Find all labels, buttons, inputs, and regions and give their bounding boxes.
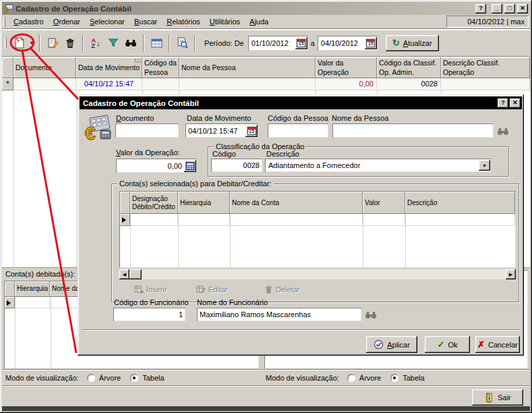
close-button[interactable]: ✕ [517,4,528,13]
periodo-de-input[interactable] [249,39,295,47]
classificacao-codigo-input[interactable] [212,161,262,169]
maximize-button[interactable]: □ [504,4,515,13]
header-hierarquia[interactable]: Hierarquia [178,192,230,214]
aplicar-button[interactable]: Aplicar [366,336,417,353]
svg-text:€: € [4,5,8,13]
table-view-button[interactable] [148,34,165,52]
help-button[interactable]: ? [475,4,486,13]
toolbar-separator [194,34,196,52]
header-valor-operacao[interactable]: Valor da Operação [316,57,377,78]
scroll-left-button[interactable]: ◀ [119,269,129,279]
nome-funcionario-input[interactable] [198,310,361,319]
contas-grid-hscrollbar[interactable]: ◀ ▶ [119,269,516,279]
dialog-title: Cadastro de Operação Contábil [83,99,496,107]
codigo-pessoa-field [268,123,328,138]
periodo-de-calendar-button[interactable]: 15 [295,37,307,49]
data-movimento-input[interactable] [186,127,245,135]
filter-button[interactable] [105,34,122,52]
deletar-button[interactable]: Deletar [264,283,299,296]
valor-operacao-input[interactable] [117,162,184,170]
periodo-label: Período: De [204,39,244,47]
classificacao-descricao-select[interactable]: Adiantamento a Fornecedor ▼ [265,159,491,172]
edit-record-button[interactable] [44,34,61,52]
radio-tabela[interactable] [130,374,138,382]
cell-nome-conta [230,214,363,226]
contas-grid-row[interactable] [120,214,515,226]
menu-cadastro[interactable]: Cadastro [9,16,49,28]
cell-descricao [441,78,530,90]
periodo-ate-calendar-button[interactable]: 15 [365,37,377,49]
header-valor[interactable]: Valor [363,192,405,214]
data-movimento-calendar-button[interactable]: 15 [245,125,258,137]
inserir-button[interactable]: Inserir [134,283,167,296]
nome-pessoa-input[interactable] [333,127,493,135]
edit-icon [47,37,59,49]
delete-record-button[interactable] [61,34,79,52]
codigo-funcionario-input[interactable] [114,310,185,319]
row-arrow-icon [7,300,13,306]
contas-grid[interactable]: Designação Débito/Crédito Hierarquia Nom… [119,191,516,268]
radio-tabela-label[interactable]: Tabela [403,374,424,382]
periodo-ate-input[interactable] [318,39,365,47]
radio-arvore[interactable] [347,374,355,382]
header-data-movimento[interactable]: Data de Movimento 1△ [76,57,142,78]
radio-arvore-label[interactable]: Árvore [359,374,381,382]
dialog-close-button[interactable]: ✕ [510,99,521,108]
trash-icon [264,285,273,294]
radio-arvore-label[interactable]: Árvore [99,374,121,382]
menu-utilitarios[interactable]: Utilitários [205,16,245,28]
codigo-pessoa-input[interactable] [268,127,328,135]
menu-selecionar[interactable]: Selecionar [85,16,129,28]
menu-ajuda[interactable]: Ajuda [245,16,273,28]
preview-button[interactable] [173,34,191,52]
sort-button[interactable]: A Z ↓ [87,34,105,52]
nome-pessoa-lookup-button[interactable] [496,126,510,136]
funcionario-lookup-button[interactable] [364,309,378,320]
header-hierarquia[interactable]: Hierarquia [15,281,50,297]
scroll-thumb[interactable] [129,269,142,279]
radio-tabela[interactable] [390,374,398,382]
menu-ordenar[interactable]: Ordenar [49,16,85,28]
dialog-titlebar[interactable]: Cadastro de Operação Contábil ? ✕ [80,97,522,109]
minimize-button[interactable]: _ [492,4,502,13]
header-codigo-pessoa[interactable]: Código da Pessoa [142,57,179,78]
radio-arvore[interactable] [87,374,95,382]
header-codigo-classif[interactable]: Código da Classif. Op. Admin. [377,57,441,78]
session-info: 04/10/2012 | max [446,16,529,28]
header-designacao[interactable]: Designação Débito/Crédito [130,192,178,214]
dialog-help-button[interactable]: ? [498,99,508,108]
header-nome-pessoa[interactable]: Nome da Pessoa [179,57,316,78]
new-record-dropdown[interactable]: ▼ [28,34,36,52]
search-button[interactable] [122,34,140,52]
valor-calculator-button[interactable] [184,160,196,172]
contas-debitadas-label: Conta(s) debitada(s): [5,270,75,278]
sort-az-icon: A Z ↓ [92,38,100,49]
scroll-track[interactable] [142,269,506,279]
header-documento[interactable]: Documento [13,57,76,78]
cell-valor: 0,00 [316,78,377,90]
sair-button[interactable]: Sair [472,389,523,406]
atualizar-button[interactable]: ↻ Atualizar [386,35,439,51]
calculator-icon [185,162,195,170]
header-descricao[interactable]: Descrição [405,192,515,214]
radio-tabela-label[interactable]: Tabela [142,374,164,382]
menu-relatorios[interactable]: Relatórios [162,16,205,28]
classificacao-codigo-label: Código [212,150,236,158]
cancelar-button[interactable]: ✗ Cancelar [475,336,520,353]
dropdown-arrow-icon[interactable]: ▼ [479,160,490,171]
window-titlebar[interactable]: € Cadastro de Operação Contábil ? _ □ ✕ [2,2,530,15]
menu-buscar[interactable]: Buscar [129,16,162,28]
editar-button[interactable]: Editar [196,283,228,296]
ok-button[interactable]: ✓ Ok [425,336,470,353]
valor-operacao-field [116,159,197,173]
scroll-right-button[interactable]: ▶ [506,269,516,279]
main-grid-row[interactable]: * 04/10/12 15:47 0,00 0028 [2,78,530,90]
nome-pessoa-label: Nome da Pessoa [332,114,388,122]
window-title: Cadastro de Operação Contábil [16,5,473,13]
sort-indicator: 1△ [134,57,141,64]
header-descricao-classif[interactable]: Descrição Classif. Operação [441,57,530,78]
modo-label: Modo de visualização: [5,374,79,382]
documento-input[interactable] [116,127,178,135]
header-nome-conta[interactable]: Nome da Conta [230,192,363,214]
new-record-button[interactable] [10,34,28,52]
